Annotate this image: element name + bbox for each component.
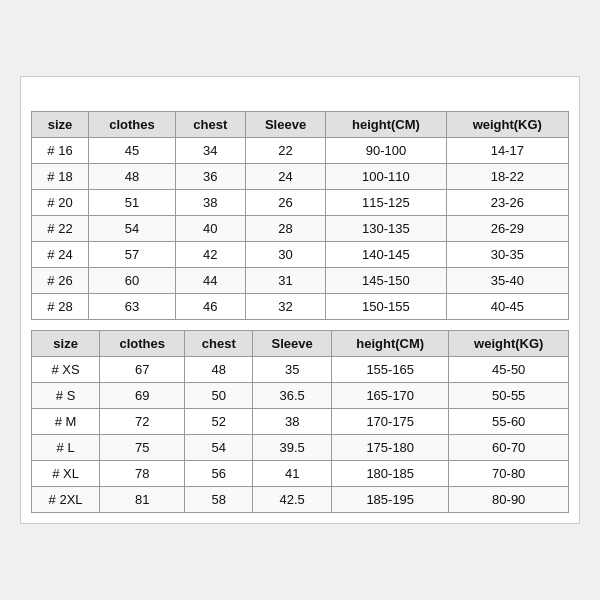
table-cell: 130-135 (326, 216, 446, 242)
table-cell: 55-60 (449, 409, 569, 435)
table1-header: sizeclotheschestSleeveheight(CM)weight(K… (32, 112, 569, 138)
table-cell: 24 (245, 164, 326, 190)
table-cell: 67 (100, 357, 185, 383)
section-divider (31, 320, 569, 330)
table-cell: 48 (185, 357, 253, 383)
table-cell: 26-29 (446, 216, 568, 242)
table-cell: # 18 (32, 164, 89, 190)
table-cell: # 22 (32, 216, 89, 242)
table-row: # S695036.5165-17050-55 (32, 383, 569, 409)
table-row: # 22544028130-13526-29 (32, 216, 569, 242)
table-cell: 185-195 (332, 487, 449, 513)
table-cell: # 28 (32, 294, 89, 320)
table-cell: # 26 (32, 268, 89, 294)
table-cell: 42 (175, 242, 245, 268)
table-cell: 45 (88, 138, 175, 164)
table1-header-cell: height(CM) (326, 112, 446, 138)
table-cell: 38 (253, 409, 332, 435)
table2-header-cell: size (32, 331, 100, 357)
table1-header-cell: chest (175, 112, 245, 138)
table-cell: 72 (100, 409, 185, 435)
table-cell: # 24 (32, 242, 89, 268)
table-cell: 165-170 (332, 383, 449, 409)
table-cell: 23-26 (446, 190, 568, 216)
table-cell: 54 (88, 216, 175, 242)
table2-header-cell: clothes (100, 331, 185, 357)
table-row: # 2XL815842.5185-19580-90 (32, 487, 569, 513)
table-cell: # XS (32, 357, 100, 383)
table-row: # 20513826115-12523-26 (32, 190, 569, 216)
table-cell: 14-17 (446, 138, 568, 164)
table-cell: 80-90 (449, 487, 569, 513)
size-table-2: sizeclotheschestSleeveheight(CM)weight(K… (31, 330, 569, 513)
table-cell: 57 (88, 242, 175, 268)
table-cell: 22 (245, 138, 326, 164)
table-cell: 46 (175, 294, 245, 320)
table-cell: 36 (175, 164, 245, 190)
size-table-1: sizeclotheschestSleeveheight(CM)weight(K… (31, 111, 569, 320)
table-row: # XS674835155-16545-50 (32, 357, 569, 383)
table-row: # 18483624100-11018-22 (32, 164, 569, 190)
table-cell: 30-35 (446, 242, 568, 268)
table-cell: # M (32, 409, 100, 435)
table-cell: 52 (185, 409, 253, 435)
table2-header-cell: weight(KG) (449, 331, 569, 357)
table1-header-cell: weight(KG) (446, 112, 568, 138)
table-cell: 170-175 (332, 409, 449, 435)
table-cell: 18-22 (446, 164, 568, 190)
table-cell: 42.5 (253, 487, 332, 513)
table-cell: 70-80 (449, 461, 569, 487)
table-cell: 90-100 (326, 138, 446, 164)
table-row: # M725238170-17555-60 (32, 409, 569, 435)
table-cell: 145-150 (326, 268, 446, 294)
table-cell: # 20 (32, 190, 89, 216)
table-cell: 32 (245, 294, 326, 320)
table-cell: # 2XL (32, 487, 100, 513)
table-cell: 78 (100, 461, 185, 487)
table-cell: 48 (88, 164, 175, 190)
table-cell: 60-70 (449, 435, 569, 461)
table-cell: 54 (185, 435, 253, 461)
table-cell: 50 (185, 383, 253, 409)
table2-body: # XS674835155-16545-50# S695036.5165-170… (32, 357, 569, 513)
table-cell: 41 (253, 461, 332, 487)
table1-header-cell: size (32, 112, 89, 138)
table-cell: 175-180 (332, 435, 449, 461)
table-cell: 36.5 (253, 383, 332, 409)
table-row: # 26604431145-15035-40 (32, 268, 569, 294)
table-cell: 58 (185, 487, 253, 513)
table-cell: 69 (100, 383, 185, 409)
table-cell: 35 (253, 357, 332, 383)
table1-header-row: sizeclotheschestSleeveheight(CM)weight(K… (32, 112, 569, 138)
table2-header-cell: height(CM) (332, 331, 449, 357)
table-cell: 60 (88, 268, 175, 294)
table-cell: 81 (100, 487, 185, 513)
table-cell: 50-55 (449, 383, 569, 409)
table-cell: 26 (245, 190, 326, 216)
table-cell: 44 (175, 268, 245, 294)
table1-header-cell: Sleeve (245, 112, 326, 138)
size-chart-container: sizeclotheschestSleeveheight(CM)weight(K… (20, 76, 580, 524)
table-row: # L755439.5175-18060-70 (32, 435, 569, 461)
table2-header-cell: chest (185, 331, 253, 357)
table-cell: 100-110 (326, 164, 446, 190)
table-cell: 56 (185, 461, 253, 487)
table-cell: 180-185 (332, 461, 449, 487)
table-cell: 40 (175, 216, 245, 242)
table-cell: 28 (245, 216, 326, 242)
table-cell: 38 (175, 190, 245, 216)
table-cell: 140-145 (326, 242, 446, 268)
table-cell: 45-50 (449, 357, 569, 383)
table2-header: sizeclotheschestSleeveheight(CM)weight(K… (32, 331, 569, 357)
table-row: # XL785641180-18570-80 (32, 461, 569, 487)
table-cell: # S (32, 383, 100, 409)
table-cell: 35-40 (446, 268, 568, 294)
table2-header-cell: Sleeve (253, 331, 332, 357)
table-cell: 75 (100, 435, 185, 461)
table-cell: 155-165 (332, 357, 449, 383)
table-cell: 63 (88, 294, 175, 320)
table-row: # 24574230140-14530-35 (32, 242, 569, 268)
table2-header-row: sizeclotheschestSleeveheight(CM)weight(K… (32, 331, 569, 357)
table-cell: # 16 (32, 138, 89, 164)
table-cell: 40-45 (446, 294, 568, 320)
